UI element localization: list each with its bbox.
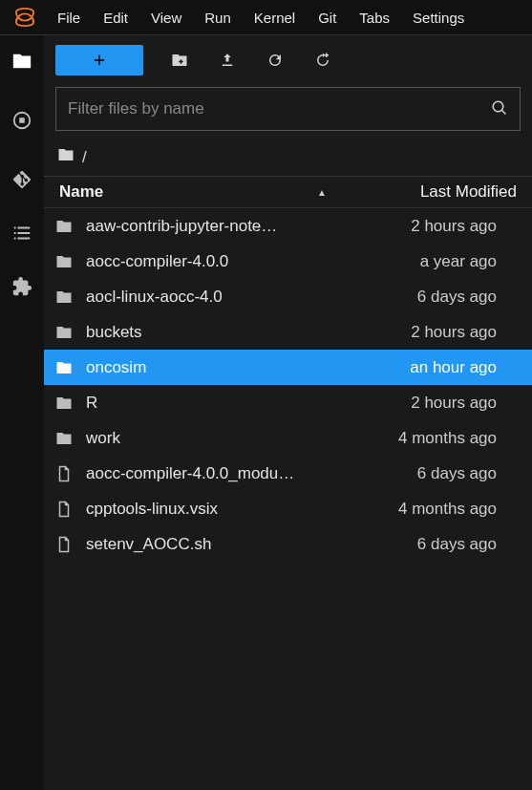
file-icon — [55, 501, 76, 518]
file-modified: 4 months ago — [315, 429, 497, 448]
folder-icon — [55, 430, 76, 447]
folder-icon — [55, 324, 76, 341]
file-icon — [55, 465, 76, 482]
file-name: aocl-linux-aocc-4.0 — [86, 288, 315, 307]
file-row[interactable]: oncosiman hour ago — [44, 350, 532, 385]
upload-button[interactable] — [216, 49, 239, 72]
file-name: aaw-contrib-jupyter-note… — [86, 217, 315, 236]
sort-ascending-icon: ▲ — [317, 187, 327, 198]
file-name: oncosim — [86, 358, 315, 377]
activity-bar — [0, 35, 44, 790]
file-modified: 2 hours ago — [315, 323, 497, 342]
filter-box — [55, 87, 521, 131]
column-modified[interactable]: Last Modified — [339, 182, 521, 202]
git-clone-button[interactable] — [311, 49, 334, 72]
file-name: R — [86, 394, 315, 413]
file-row[interactable]: aocc-compiler-4.0.0a year ago — [44, 244, 532, 279]
new-launcher-button[interactable] — [55, 45, 143, 75]
file-browser: / Name ▲ Last Modified aaw-contrib-jupyt… — [44, 35, 532, 790]
folder-icon — [55, 253, 76, 270]
breadcrumb[interactable]: / — [44, 139, 532, 176]
menu-bar: File Edit View Run Kernel Git Tabs Setti… — [0, 0, 532, 34]
extensions-icon[interactable] — [10, 274, 34, 299]
file-modified: 2 hours ago — [315, 394, 497, 413]
folder-icon — [55, 359, 76, 376]
menu-kernel[interactable]: Kernel — [243, 4, 307, 32]
column-name[interactable]: Name ▲ — [55, 182, 338, 202]
file-name: buckets — [86, 323, 315, 342]
file-name: cpptools-linux.vsix — [86, 500, 315, 519]
filter-input[interactable] — [68, 99, 491, 118]
file-row[interactable]: R2 hours ago — [44, 385, 532, 420]
git-icon[interactable] — [10, 167, 34, 192]
new-folder-button[interactable] — [168, 49, 191, 72]
folder-icon[interactable] — [10, 49, 34, 74]
toc-icon[interactable] — [10, 221, 34, 246]
file-row[interactable]: aocl-linux-aocc-4.06 days ago — [44, 279, 532, 314]
file-row[interactable]: work4 months ago — [44, 420, 532, 456]
file-modified: a year ago — [315, 252, 497, 271]
file-name: aocc-compiler-4.0.0_modu… — [86, 464, 315, 483]
breadcrumb-root: / — [82, 148, 87, 167]
file-row[interactable]: aaw-contrib-jupyter-note…2 hours ago — [44, 208, 532, 244]
file-row[interactable]: setenv_AOCC.sh6 days ago — [44, 526, 532, 562]
menu-view[interactable]: View — [139, 4, 193, 32]
file-row[interactable]: cpptools-linux.vsix4 months ago — [44, 491, 532, 526]
file-name: setenv_AOCC.sh — [86, 535, 315, 554]
svg-rect-1 — [19, 117, 25, 123]
file-modified: 2 hours ago — [315, 217, 497, 236]
menu-edit[interactable]: Edit — [92, 4, 139, 32]
file-row[interactable]: buckets2 hours ago — [44, 314, 532, 350]
file-modified: 6 days ago — [315, 535, 497, 554]
menu-tabs[interactable]: Tabs — [348, 4, 401, 32]
file-icon — [55, 536, 76, 553]
menu-file[interactable]: File — [46, 4, 92, 32]
running-terminals-icon[interactable] — [10, 108, 34, 133]
menu-settings[interactable]: Settings — [401, 4, 476, 32]
file-list-header: Name ▲ Last Modified — [44, 176, 532, 208]
file-browser-toolbar — [44, 35, 532, 83]
file-list: aaw-contrib-jupyter-note…2 hours agoaocc… — [44, 208, 532, 790]
file-modified: 6 days ago — [315, 288, 497, 307]
folder-icon — [55, 218, 76, 235]
file-name: work — [86, 429, 315, 448]
file-row[interactable]: aocc-compiler-4.0.0_modu…6 days ago — [44, 456, 532, 491]
folder-icon — [57, 146, 74, 168]
search-icon — [491, 99, 508, 119]
folder-icon — [55, 288, 76, 306]
jupyter-logo[interactable] — [11, 4, 38, 31]
file-name: aocc-compiler-4.0.0 — [86, 252, 315, 271]
file-modified: an hour ago — [315, 358, 497, 377]
file-modified: 4 months ago — [315, 500, 497, 519]
folder-icon — [55, 395, 76, 412]
menu-run[interactable]: Run — [193, 4, 243, 32]
refresh-button[interactable] — [264, 49, 287, 72]
menu-git[interactable]: Git — [307, 4, 348, 32]
file-modified: 6 days ago — [315, 464, 497, 483]
